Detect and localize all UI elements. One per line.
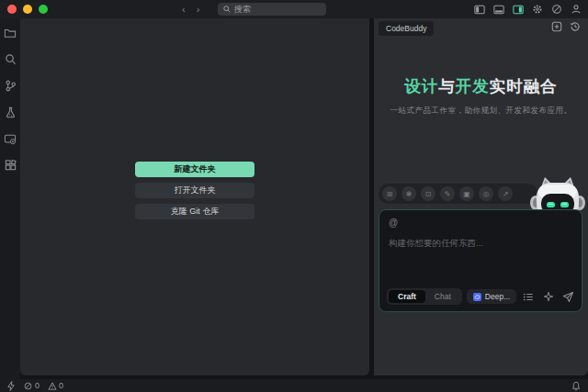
hero-subtitle: 一站式产品工作室，助你规划、开发和发布应用。 <box>374 106 588 117</box>
nav-forward-button[interactable]: › <box>197 4 200 15</box>
live-preview-icon[interactable] <box>4 132 17 146</box>
extensions-icon[interactable] <box>4 159 17 173</box>
tab-codebuddy[interactable]: CodeBuddy <box>379 21 434 36</box>
open-folder-button[interactable]: 打开文件夹 <box>135 183 254 198</box>
testing-beaker-icon[interactable] <box>4 106 17 119</box>
warnings-triangle-icon <box>47 381 57 391</box>
hero-heading: 设计与开发实时融合 <box>374 75 588 97</box>
settings-gear-icon[interactable] <box>531 3 544 16</box>
send-icon[interactable] <box>562 291 574 303</box>
source-control-icon[interactable] <box>4 79 17 93</box>
search-placeholder: 搜索 <box>234 4 251 16</box>
mention-at-icon[interactable]: @ <box>389 218 398 228</box>
quick-tools-bar: ⊞ ❋ ⊡ ✎ ▣ ◎ ↗ <box>379 184 537 204</box>
mode-switcher: Craft Chat <box>387 288 462 305</box>
window-controls <box>7 5 48 14</box>
hero-section: 设计与开发实时融合 一站式产品工作室，助你规划、开发和发布应用。 <box>374 75 588 117</box>
close-window-button[interactable] <box>7 5 17 14</box>
new-folder-button[interactable]: 新建文件夹 <box>135 162 254 177</box>
chat-input-card[interactable]: @ 构建你想要的任何东西... Craft Chat Deep... <box>379 209 582 312</box>
quick-tool-pen-icon[interactable]: ✎ <box>440 186 455 201</box>
panel-right-icon[interactable] <box>512 3 525 16</box>
mode-chat-button[interactable]: Chat <box>425 290 460 303</box>
explorer-folder-icon[interactable] <box>4 26 17 39</box>
notifications-bell-icon[interactable] <box>571 381 581 391</box>
codebuddy-header: CodeBuddy <box>374 18 588 37</box>
codebuddy-panel: CodeBuddy 设计与开发实时融合 一站式产品工作室，助你规划、开发和发布应… <box>374 18 588 375</box>
panel-bottom-icon[interactable] <box>492 3 505 16</box>
activity-bar <box>0 18 20 379</box>
remote-lightning-icon[interactable] <box>6 381 16 391</box>
enhance-sparkle-icon[interactable] <box>542 291 554 303</box>
quick-tool-link-icon[interactable]: ↗ <box>498 186 513 201</box>
quick-tool-frame-icon[interactable]: ▣ <box>459 186 474 201</box>
quick-tool-component-icon[interactable]: ⊡ <box>421 186 435 201</box>
errors-circle-icon <box>23 381 33 391</box>
deepseek-logo-icon <box>473 293 481 301</box>
errors-count: 0 <box>35 381 40 390</box>
circle-slash-icon[interactable] <box>550 3 563 16</box>
status-bar: 0 0 <box>0 379 588 392</box>
history-clock-icon[interactable] <box>570 21 581 32</box>
problems-errors[interactable]: 0 <box>23 381 40 391</box>
model-selector[interactable]: Deep... <box>467 289 516 304</box>
mode-craft-button[interactable]: Craft <box>389 290 425 303</box>
task-list-icon[interactable] <box>522 291 534 303</box>
chat-input-placeholder: 构建你想要的任何东西... <box>389 238 483 250</box>
search-input[interactable]: 搜索 <box>218 3 326 16</box>
model-selector-label: Deep... <box>485 292 510 301</box>
minimize-window-button[interactable] <box>23 5 32 14</box>
new-chat-plus-icon[interactable] <box>551 21 562 32</box>
panel-left-icon[interactable] <box>473 3 486 16</box>
nav-back-button[interactable]: ‹ <box>182 4 186 15</box>
quick-tool-target-icon[interactable]: ◎ <box>479 186 493 201</box>
search-icon <box>223 6 231 13</box>
warnings-count: 0 <box>59 381 63 390</box>
clone-git-repo-button[interactable]: 克隆 Git 仓库 <box>135 204 254 219</box>
editor-welcome-panel: 新建文件夹 打开文件夹 克隆 Git 仓库 <box>20 18 369 375</box>
quick-tool-flower-icon[interactable]: ❋ <box>401 186 416 201</box>
titlebar: ‹ › 搜索 <box>0 0 588 18</box>
search-sidebar-icon[interactable] <box>4 52 17 66</box>
quick-tool-grid-icon[interactable]: ⊞ <box>382 186 397 201</box>
account-person-icon[interactable] <box>570 3 582 16</box>
problems-warnings[interactable]: 0 <box>47 381 63 391</box>
zoom-window-button[interactable] <box>39 5 48 14</box>
